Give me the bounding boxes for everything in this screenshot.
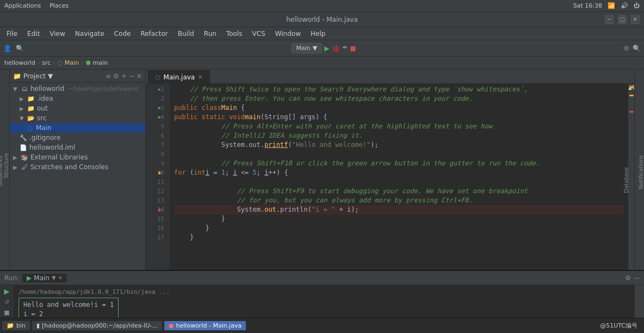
tree-label-main: Main [36,124,52,132]
tree-item-gitignore[interactable]: 🔧 .gitignore [10,133,145,143]
gutter-line-17: 17 [157,233,166,242]
project-panel-title: 📁 Project ▼ [13,72,53,80]
tree-arrow-icon: ▼ [13,86,18,92]
tree-arrow-libs-icon: ▶ [13,155,18,161]
taskbar-idea[interactable]: ● helloworld - Main.java [164,321,246,330]
run-config-dropdown[interactable]: Main ▼ [292,43,323,53]
tree-item-main[interactable]: ○ Main [10,123,145,133]
tree-item-out[interactable]: ▶ 📁 out [10,103,145,113]
menu-help[interactable]: Help [306,29,330,39]
run-play-icon[interactable]: ▶ [4,287,10,295]
method-icon: ⬟ [86,59,91,66]
taskbar-files[interactable]: 📁 bin [2,321,30,330]
system-bar: Applications Places Sat 16:38 📶 🔊 ⏻ [0,0,644,12]
structure-tab[interactable]: Structure [3,153,9,178]
idea-icon: ● [169,322,174,329]
gutter-line-3: ▶ 3 [157,103,166,113]
project-panel-actions: ≡ ⚙ + − ✕ [106,72,142,80]
maximize-button[interactable]: □ [618,15,627,24]
run-tab-label: Main [34,274,49,282]
left-tabs: Structure Bookmarks [0,70,10,270]
debug-button[interactable]: 🐞 [332,45,340,52]
menu-edit[interactable]: Edit [23,29,44,39]
menu-bar: File Edit View Navigate Code Refactor Bu… [0,27,644,40]
tree-item-scratches[interactable]: ▶ 🖊 Scratches and Consoles [10,162,145,172]
system-bar-right: Sat 16:38 📶 🔊 ⏻ [573,2,640,9]
tree-arrow-idea-icon: ▶ [20,96,25,102]
project-add-icon[interactable]: + [121,72,127,80]
volume-icon[interactable]: 🔊 [621,2,628,9]
menu-code[interactable]: Code [110,29,135,39]
run-collapse-icon[interactable]: − [634,274,640,282]
gutter-line-10: ● 10 [157,168,166,177]
editor-tab-label: Main.java [164,73,195,81]
tree-item-external-libs[interactable]: ▶ 📚 External Libraries [10,152,145,162]
breadcrumb-main-class[interactable]: ○ Main [58,59,79,66]
git-file-icon: 🔧 [20,134,27,141]
breadcrumb-main-method[interactable]: ⬟ main [86,59,108,66]
project-dropdown-arrow[interactable]: ▼ [48,72,53,80]
run-settings-icon[interactable]: ⚙ [625,274,631,282]
network-icon[interactable]: 📶 [608,2,615,9]
menu-file[interactable]: File [2,29,22,39]
toolbar-icon-2[interactable]: 🔍 [16,45,24,52]
menu-window[interactable]: Window [271,29,305,39]
project-close-icon[interactable]: ✕ [137,72,142,80]
notifications-tab[interactable]: Notifications [638,155,644,189]
menu-vcs[interactable]: VCS [247,29,269,39]
breadcrumb-project[interactable]: helloworld [4,59,35,66]
menu-tools[interactable]: Tools [222,29,247,39]
run-tab-dropdown[interactable]: ▼ [52,275,56,281]
minimize-button[interactable]: ─ [605,15,614,24]
run-tab[interactable]: ▶ Main ▼ ✕ [22,274,67,282]
project-minus-icon[interactable]: − [129,72,134,80]
run-rerun-icon[interactable]: ↺ [4,299,9,306]
project-gear-icon[interactable]: ⚙ [113,72,119,80]
run-tab-close[interactable]: ✕ [58,275,63,281]
code-content[interactable]: // Press Shift twice to open the Search … [170,84,628,270]
src-folder-icon: 📂 [27,114,35,122]
run-stop-icon[interactable]: ■ [4,309,9,316]
project-panel: 📁 Project ▼ ≡ ⚙ + − ✕ ▼ 🗂 helloworld ~/I… [10,70,146,270]
editor-tab-main[interactable]: ○ Main.java ✕ [148,70,210,83]
menu-navigate[interactable]: Navigate [71,29,109,39]
run-with-coverage-button[interactable]: ☂ [342,45,348,52]
tree-item-iml[interactable]: 📄 helloworld.iml [10,143,145,152]
menu-refactor[interactable]: Refactor [136,29,172,39]
warning-indicator-10: ● [158,168,161,177]
editor-tabs: ○ Main.java ✕ [146,70,634,84]
taskbar-files-label: bin [16,322,26,329]
tree-item-helloworld[interactable]: ▼ 🗂 helloworld ~/IdeaProjects/helloworld [10,84,145,94]
toolbar-icon-1[interactable]: 👤 [3,45,11,52]
close-button[interactable]: ✕ [631,15,640,24]
applications-menu[interactable]: Applications [4,2,41,9]
taskbar-terminal[interactable]: ▮ [hadoop@hadoop000:~/app/idea-IU-... [32,321,162,330]
run-path-line: /home/hadoop/app/jdk1.8.0_171/bin/java .… [18,287,630,297]
settings-icon[interactable]: ⚙ [623,45,629,52]
gutter-line-9: 9 [157,159,166,168]
project-panel-header: 📁 Project ▼ ≡ ⚙ + − ✕ [10,70,145,83]
search-everywhere-icon[interactable]: 🔍 [633,45,641,52]
bookmarks-tab[interactable]: Bookmarks [0,156,3,186]
run-button[interactable]: ▶ [324,45,329,52]
power-icon[interactable]: ⏻ [634,2,640,9]
system-time: Sat 16:38 [573,2,602,9]
places-menu[interactable]: Places [49,2,69,9]
stop-button[interactable]: ■ [350,45,356,52]
tree-item-idea[interactable]: ▶ 📁 .idea [10,94,145,103]
menu-run[interactable]: Run [200,29,221,39]
tree-item-src[interactable]: ▼ 📂 src [10,113,145,123]
gutter-line-8: 8 [157,150,166,159]
run-icon: ▶ [27,274,32,282]
breadcrumb-src[interactable]: src [42,59,51,66]
java-tab-icon: ○ [155,73,160,81]
project-settings-icon[interactable]: ≡ [106,72,111,80]
close-tab-icon[interactable]: ✕ [198,74,202,80]
menu-view[interactable]: View [45,29,69,39]
run-header-right: ⚙ − [625,274,640,282]
run-output-line-1: Hello and welcome!i = 1 [23,300,114,310]
menu-build[interactable]: Build [174,29,199,39]
database-tab[interactable]: Database [623,167,629,193]
code-line-8 [174,150,623,159]
gutter-line-5: 5 [157,122,166,131]
